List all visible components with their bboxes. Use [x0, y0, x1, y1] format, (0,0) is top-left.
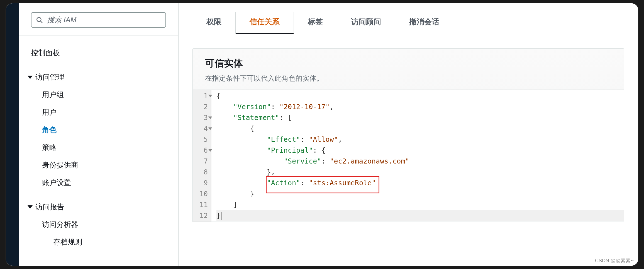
caret-down-icon: [28, 205, 33, 209]
nav-list: 控制面板 访问管理 用户组 用户 角色 策略 身份提供商 账户设置 访问报告 访…: [19, 36, 178, 251]
svg-line-1: [40, 21, 42, 23]
search-input[interactable]: [47, 16, 161, 24]
search-icon: [36, 16, 43, 24]
nav-item-identity-providers[interactable]: 身份提供商: [19, 156, 178, 174]
code-editor[interactable]: 123456789101112 { "Version": "2012-10-17…: [193, 90, 624, 222]
code-lines[interactable]: { "Version": "2012-10-17", "Statement": …: [211, 90, 624, 222]
trusted-entities-panel: 可信实体 在指定条件下可以代入此角色的实体。 123456789101112 {…: [192, 48, 624, 222]
nav-item-archive-rules[interactable]: 存档规则: [19, 233, 178, 251]
svg-point-0: [37, 17, 41, 21]
panel-subtitle: 在指定条件下可以代入此角色的实体。: [205, 74, 612, 83]
nav-section-access-mgmt[interactable]: 访问管理: [19, 68, 178, 86]
code-gutter: 123456789101112: [193, 90, 211, 222]
search-box[interactable]: [31, 12, 166, 28]
tab-trust-relationships[interactable]: 信任关系: [236, 12, 294, 34]
nav-section-access-report[interactable]: 访问报告: [19, 198, 178, 216]
tabs-bar: 权限 信任关系 标签 访问顾问 撤消会话: [179, 3, 638, 34]
nav-section-label: 访问报告: [35, 202, 64, 212]
nav-item-access-analyzer[interactable]: 访问分析器: [19, 216, 178, 233]
nav-item-users[interactable]: 用户: [19, 104, 178, 121]
sidebar: 控制面板 访问管理 用户组 用户 角色 策略 身份提供商 账户设置 访问报告 访…: [19, 3, 179, 266]
watermark: CSDN @@素素~: [595, 257, 634, 264]
nav-item-roles[interactable]: 角色: [19, 121, 178, 139]
caret-down-icon: [28, 76, 33, 79]
nav-dashboard[interactable]: 控制面板: [19, 44, 178, 62]
panel-title: 可信实体: [205, 57, 612, 70]
nav-item-user-groups[interactable]: 用户组: [19, 86, 178, 104]
dark-strip: [6, 3, 19, 266]
nav-item-account-settings[interactable]: 账户设置: [19, 174, 178, 191]
nav-item-policies[interactable]: 策略: [19, 139, 178, 156]
main-content: 权限 信任关系 标签 访问顾问 撤消会话 可信实体 在指定条件下可以代入此角色的…: [179, 3, 638, 266]
tab-access-advisor[interactable]: 访问顾问: [337, 12, 395, 34]
tab-revoke-sessions[interactable]: 撤消会话: [395, 12, 453, 34]
nav-section-label: 访问管理: [35, 72, 64, 82]
tab-permissions[interactable]: 权限: [192, 12, 236, 34]
tab-tags[interactable]: 标签: [294, 12, 337, 34]
